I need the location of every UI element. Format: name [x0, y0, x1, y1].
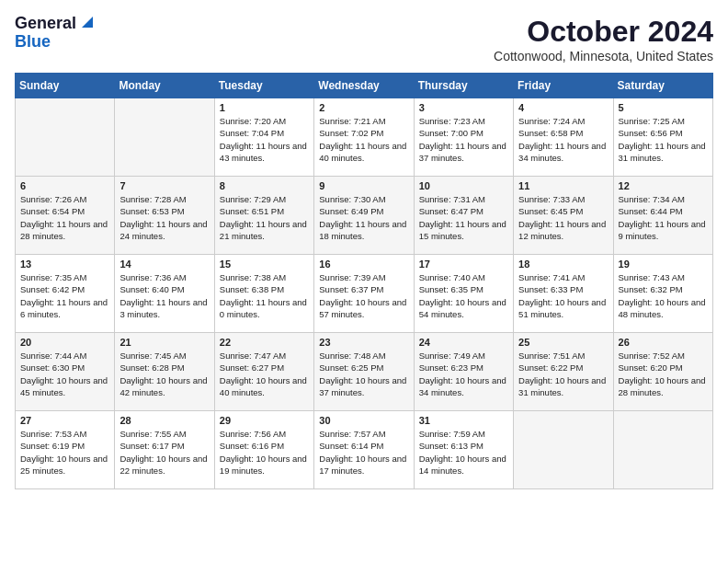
calendar-week-2: 6Sunrise: 7:26 AMSunset: 6:54 PMDaylight… [16, 177, 713, 255]
calendar-cell: 22Sunrise: 7:47 AMSunset: 6:27 PMDayligh… [214, 333, 313, 411]
calendar-cell: 9Sunrise: 7:30 AMSunset: 6:49 PMDaylight… [314, 177, 414, 255]
calendar-cell: 26Sunrise: 7:52 AMSunset: 6:20 PMDayligh… [613, 333, 712, 411]
calendar-cell [115, 98, 214, 177]
sunset-label: Sunset: 6:22 PM [518, 362, 583, 373]
sunset-label: Sunset: 6:20 PM [619, 362, 683, 373]
calendar-cell: 27Sunrise: 7:53 AMSunset: 6:19 PMDayligh… [16, 411, 115, 489]
calendar-cell: 2Sunrise: 7:21 AMSunset: 7:02 PMDaylight… [314, 98, 414, 177]
sunset-label: Sunset: 6:54 PM [20, 206, 85, 216]
sunset-label: Sunset: 6:44 PM [619, 206, 683, 216]
daylight-label: Daylight: 10 hours and 42 minutes. [119, 375, 207, 397]
sunset-label: Sunset: 6:30 PM [20, 362, 85, 373]
sunrise-label: Sunrise: 7:59 AM [419, 429, 485, 439]
day-number: 8 [220, 180, 309, 191]
day-number: 13 [20, 259, 109, 270]
day-info: Sunrise: 7:55 AMSunset: 6:17 PMDaylight:… [119, 428, 209, 477]
day-info: Sunrise: 7:41 AMSunset: 6:33 PMDaylight:… [518, 271, 608, 320]
calendar-cell: 11Sunrise: 7:33 AMSunset: 6:45 PMDayligh… [514, 177, 613, 255]
calendar-cell: 20Sunrise: 7:44 AMSunset: 6:30 PMDayligh… [16, 333, 115, 411]
logo: General Blue [15, 15, 93, 52]
logo-blue-text: Blue [15, 32, 51, 51]
calendar-cell: 1Sunrise: 7:20 AMSunset: 7:04 PMDaylight… [214, 98, 313, 177]
calendar-cell: 8Sunrise: 7:29 AMSunset: 6:51 PMDaylight… [214, 177, 313, 255]
day-number: 7 [119, 180, 209, 191]
day-info: Sunrise: 7:53 AMSunset: 6:19 PMDaylight:… [20, 428, 109, 477]
calendar-cell: 10Sunrise: 7:31 AMSunset: 6:47 PMDayligh… [414, 177, 513, 255]
sunrise-label: Sunrise: 7:29 AM [220, 194, 286, 204]
day-info: Sunrise: 7:35 AMSunset: 6:42 PMDaylight:… [20, 271, 109, 320]
sunrise-label: Sunrise: 7:52 AM [619, 350, 685, 361]
daylight-label: Daylight: 11 hours and 28 minutes. [20, 219, 108, 241]
sunset-label: Sunset: 6:28 PM [119, 362, 184, 373]
sunset-label: Sunset: 7:02 PM [319, 128, 383, 138]
calendar-cell: 16Sunrise: 7:39 AMSunset: 6:37 PMDayligh… [314, 255, 414, 333]
day-number: 28 [119, 415, 209, 426]
day-number: 26 [619, 337, 708, 348]
sunset-label: Sunset: 6:19 PM [20, 441, 85, 451]
column-header-saturday: Saturday [613, 74, 712, 98]
calendar-cell: 29Sunrise: 7:56 AMSunset: 6:16 PMDayligh… [214, 411, 313, 489]
calendar-cell: 17Sunrise: 7:40 AMSunset: 6:35 PMDayligh… [414, 255, 513, 333]
calendar-cell: 25Sunrise: 7:51 AMSunset: 6:22 PMDayligh… [514, 333, 613, 411]
logo-triangle-icon [78, 15, 93, 29]
sunset-label: Sunset: 6:17 PM [119, 441, 184, 451]
page-header: General Blue October 2024 Cottonwood, Mi… [15, 15, 713, 63]
calendar-cell: 14Sunrise: 7:36 AMSunset: 6:40 PMDayligh… [115, 255, 214, 333]
sunrise-label: Sunrise: 7:47 AM [220, 350, 286, 361]
calendar-header-row: SundayMondayTuesdayWednesdayThursdayFrid… [16, 74, 713, 98]
calendar-cell: 24Sunrise: 7:49 AMSunset: 6:23 PMDayligh… [414, 333, 513, 411]
daylight-label: Daylight: 10 hours and 28 minutes. [619, 375, 706, 397]
calendar-cell: 15Sunrise: 7:38 AMSunset: 6:38 PMDayligh… [214, 255, 313, 333]
calendar-week-4: 20Sunrise: 7:44 AMSunset: 6:30 PMDayligh… [16, 333, 713, 411]
sunset-label: Sunset: 7:00 PM [419, 128, 483, 138]
month-title: October 2024 [494, 15, 713, 49]
daylight-label: Daylight: 10 hours and 17 minutes. [319, 454, 406, 476]
day-info: Sunrise: 7:52 AMSunset: 6:20 PMDaylight:… [619, 350, 708, 398]
day-info: Sunrise: 7:57 AMSunset: 6:14 PMDaylight:… [319, 428, 408, 477]
sunrise-label: Sunrise: 7:45 AM [119, 350, 186, 361]
daylight-label: Daylight: 11 hours and 31 minutes. [619, 141, 706, 163]
daylight-label: Daylight: 11 hours and 15 minutes. [419, 219, 506, 241]
daylight-label: Daylight: 10 hours and 19 minutes. [220, 454, 307, 476]
day-info: Sunrise: 7:40 AMSunset: 6:35 PMDaylight:… [419, 271, 508, 320]
day-number: 21 [119, 337, 209, 348]
day-number: 29 [220, 415, 309, 426]
column-header-monday: Monday [115, 74, 214, 98]
sunset-label: Sunset: 6:35 PM [419, 284, 483, 294]
sunrise-label: Sunrise: 7:56 AM [220, 429, 286, 439]
sunrise-label: Sunrise: 7:39 AM [319, 272, 385, 282]
day-info: Sunrise: 7:21 AMSunset: 7:02 PMDaylight:… [319, 115, 408, 164]
sunset-label: Sunset: 6:53 PM [119, 206, 184, 216]
daylight-label: Daylight: 11 hours and 43 minutes. [220, 141, 307, 163]
daylight-label: Daylight: 10 hours and 22 minutes. [119, 454, 207, 476]
calendar-cell: 19Sunrise: 7:43 AMSunset: 6:32 PMDayligh… [613, 255, 712, 333]
day-number: 1 [220, 102, 309, 113]
day-info: Sunrise: 7:23 AMSunset: 7:00 PMDaylight:… [419, 115, 508, 164]
day-number: 9 [319, 180, 408, 191]
calendar-week-5: 27Sunrise: 7:53 AMSunset: 6:19 PMDayligh… [16, 411, 713, 489]
sunrise-label: Sunrise: 7:38 AM [220, 272, 286, 282]
calendar-cell: 13Sunrise: 7:35 AMSunset: 6:42 PMDayligh… [16, 255, 115, 333]
sunrise-label: Sunrise: 7:40 AM [419, 272, 485, 282]
sunrise-label: Sunrise: 7:53 AM [20, 429, 86, 439]
day-number: 11 [518, 180, 608, 191]
day-info: Sunrise: 7:38 AMSunset: 6:38 PMDaylight:… [220, 271, 309, 320]
daylight-label: Daylight: 11 hours and 21 minutes. [220, 219, 307, 241]
daylight-label: Daylight: 11 hours and 6 minutes. [20, 297, 108, 319]
sunrise-label: Sunrise: 7:43 AM [619, 272, 685, 282]
sunrise-label: Sunrise: 7:34 AM [619, 194, 685, 204]
daylight-label: Daylight: 11 hours and 34 minutes. [518, 141, 606, 163]
sunset-label: Sunset: 6:13 PM [419, 441, 483, 451]
sunrise-label: Sunrise: 7:23 AM [419, 116, 485, 126]
day-info: Sunrise: 7:36 AMSunset: 6:40 PMDaylight:… [119, 271, 209, 320]
day-info: Sunrise: 7:59 AMSunset: 6:13 PMDaylight:… [419, 428, 508, 477]
calendar-cell [613, 411, 712, 489]
daylight-label: Daylight: 11 hours and 40 minutes. [319, 141, 406, 163]
calendar-cell [16, 98, 115, 177]
column-header-tuesday: Tuesday [214, 74, 313, 98]
daylight-label: Daylight: 10 hours and 57 minutes. [319, 297, 406, 319]
sunset-label: Sunset: 6:16 PM [220, 441, 284, 451]
sunrise-label: Sunrise: 7:35 AM [20, 272, 86, 282]
column-header-wednesday: Wednesday [314, 74, 414, 98]
sunset-label: Sunset: 6:42 PM [20, 284, 85, 294]
